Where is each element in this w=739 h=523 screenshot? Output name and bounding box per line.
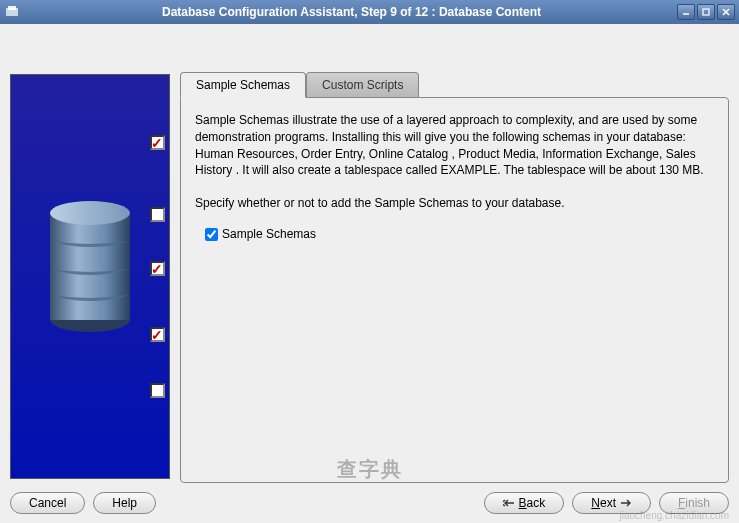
checkbox-label: Sample Schemas (222, 226, 316, 243)
svg-rect-7 (50, 213, 130, 320)
button-label: Back (519, 496, 546, 510)
next-arrow-icon (620, 496, 632, 510)
button-bar: Cancel Help Back Next Finish (0, 483, 739, 523)
content-area: Sample Schemas Custom Scripts Sample Sch… (180, 72, 729, 483)
svg-rect-3 (703, 9, 709, 15)
tab-custom-scripts[interactable]: Custom Scripts (306, 72, 419, 97)
button-label: Finish (678, 496, 710, 510)
titlebar: Database Configuration Assistant, Step 9… (0, 0, 739, 24)
tab-label: Sample Schemas (196, 78, 290, 92)
button-label: Cancel (29, 496, 66, 510)
sample-schemas-checkbox-row: Sample Schemas (205, 226, 714, 243)
help-button[interactable]: Help (93, 492, 156, 514)
button-label: Next (591, 496, 616, 510)
window-controls (677, 4, 735, 20)
svg-rect-1 (8, 6, 16, 10)
step-indicator (150, 383, 165, 398)
description-text: Sample Schemas illustrate the use of a l… (195, 112, 714, 179)
maximize-button[interactable] (697, 4, 715, 20)
tab-sample-schemas[interactable]: Sample Schemas (180, 72, 306, 98)
tab-panel: Sample Schemas illustrate the use of a l… (180, 97, 729, 483)
step-indicator (150, 207, 165, 222)
next-button[interactable]: Next (572, 492, 651, 514)
main-area: ✓ ✓ ✓ (0, 24, 739, 483)
tab-row: Sample Schemas Custom Scripts (180, 72, 729, 97)
app-window: Database Configuration Assistant, Step 9… (0, 0, 739, 523)
window-title: Database Configuration Assistant, Step 9… (26, 5, 677, 19)
back-arrow-icon (503, 496, 515, 510)
svg-point-8 (50, 201, 130, 225)
cancel-button[interactable]: Cancel (10, 492, 85, 514)
step-indicator: ✓ (150, 327, 165, 342)
step-indicator: ✓ (150, 135, 165, 150)
step-indicator: ✓ (150, 261, 165, 276)
back-button[interactable]: Back (484, 492, 565, 514)
close-button[interactable] (717, 4, 735, 20)
app-icon (4, 4, 20, 20)
finish-button[interactable]: Finish (659, 492, 729, 514)
minimize-button[interactable] (677, 4, 695, 20)
database-icon (45, 195, 135, 338)
button-label: Help (112, 496, 137, 510)
wizard-sidebar: ✓ ✓ ✓ (10, 74, 170, 479)
tab-label: Custom Scripts (322, 78, 403, 92)
sample-schemas-checkbox[interactable] (205, 228, 218, 241)
prompt-text: Specify whether or not to add the Sample… (195, 195, 714, 212)
